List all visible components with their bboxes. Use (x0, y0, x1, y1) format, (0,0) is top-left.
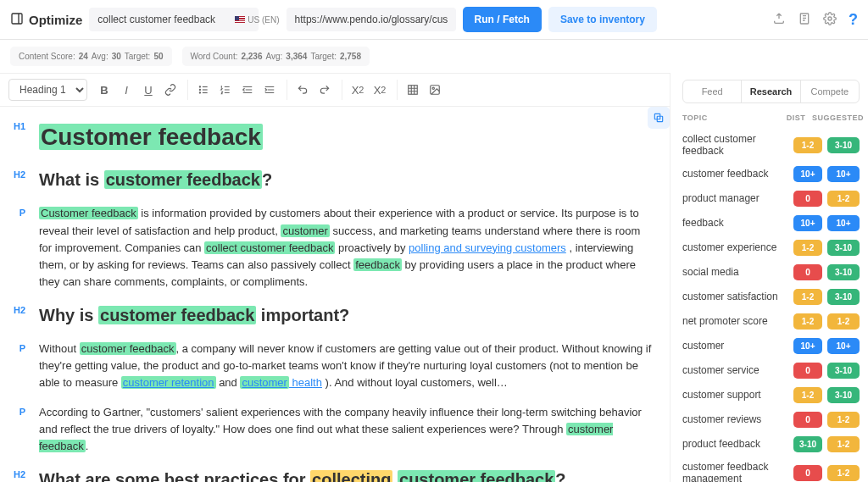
table-button[interactable] (403, 80, 423, 100)
topic-row[interactable]: customer feedback management 0 1-2 (682, 457, 860, 482)
topic-name: customer feedback (682, 168, 788, 180)
app-title-text: Optimize (29, 13, 82, 27)
sidebar-tabs: Feed Research Compete (682, 80, 860, 103)
editor-column: Heading 1 B I U X2 X2 (0, 73, 670, 482)
notes-icon[interactable] (798, 12, 811, 28)
editor-toolbar: Heading 1 B I U X2 X2 (0, 73, 670, 107)
suggested-pill: 3-10 (827, 363, 860, 379)
help-icon[interactable]: ? (849, 11, 858, 29)
dist-pill: 0 (793, 363, 822, 379)
topic-row[interactable]: customer reviews 0 1-2 (682, 407, 860, 432)
outdent-button[interactable] (237, 80, 258, 100)
topic-name: customer service (682, 364, 788, 376)
suggested-pill: 1-2 (827, 465, 860, 481)
suggested-pill: 3-10 (827, 387, 860, 403)
settings-icon[interactable] (823, 12, 837, 28)
dist-pill: 0 (793, 465, 822, 481)
optimize-icon (10, 12, 24, 28)
svg-point-4 (199, 89, 200, 90)
suggested-pill: 3-10 (827, 137, 860, 153)
editor-content[interactable]: H1Customer feedback H2What is customer f… (0, 107, 670, 482)
suggested-pill: 3-10 (827, 289, 860, 305)
topic-name: feedback (682, 217, 788, 229)
topic-row[interactable]: product feedback 3-10 1-2 (682, 432, 860, 457)
undo-button[interactable] (292, 80, 313, 100)
topic-row[interactable]: feedback 10+ 10+ (682, 211, 860, 235)
suggested-pill: 10+ (827, 166, 860, 182)
dist-pill: 0 (793, 412, 822, 428)
health-link[interactable]: health (289, 376, 322, 389)
topic-row[interactable]: customer satisfaction 1-2 3-10 (682, 285, 860, 309)
topic-row[interactable]: collect customer feedback 1-2 3-10 (682, 129, 860, 162)
svg-point-2 (828, 17, 832, 20)
topic-name: customer support (682, 389, 788, 401)
app-title: Optimize (10, 12, 82, 28)
topic-row[interactable]: customer 10+ 10+ (682, 334, 860, 358)
image-button[interactable] (425, 80, 445, 100)
url-input[interactable] (287, 8, 456, 31)
dist-pill: 10+ (793, 166, 822, 182)
number-list-button[interactable] (215, 80, 236, 100)
keyword-input[interactable] (89, 8, 259, 31)
word-count-card: Word Count: 2,236 Avg: 3,364 Target: 2,7… (182, 47, 370, 66)
suggested-pill: 3-10 (827, 264, 860, 280)
gutter-h2: H2 (8, 302, 25, 315)
topic-name: customer (682, 340, 788, 352)
dist-pill: 10+ (793, 338, 822, 354)
main-area: Heading 1 B I U X2 X2 (0, 73, 868, 482)
topic-name: customer feedback management (682, 461, 788, 482)
tab-compete[interactable]: Compete (801, 80, 859, 102)
topic-name: product feedback (682, 438, 788, 450)
svg-rect-6 (409, 86, 418, 95)
metrics-row: Content Score: 24 Avg: 30 Target: 50 Wor… (0, 40, 868, 73)
heading-select[interactable]: Heading 1 (8, 79, 87, 101)
top-bar: Optimize US (EN) Run / Fetch Save to inv… (0, 0, 868, 40)
export-icon[interactable] (772, 12, 786, 28)
topic-row[interactable]: social media 0 3-10 (682, 260, 860, 285)
topic-name: customer experience (682, 241, 788, 253)
topic-row[interactable]: net promoter score 1-2 1-2 (682, 309, 860, 334)
topic-row[interactable]: customer experience 1-2 3-10 (682, 235, 860, 260)
topic-row[interactable]: customer support 1-2 3-10 (682, 383, 860, 407)
dist-pill: 1-2 (793, 289, 822, 305)
svg-point-5 (199, 92, 200, 93)
bullet-list-button[interactable] (193, 80, 214, 100)
suggested-pill: 3-10 (827, 240, 860, 256)
suggested-pill: 1-2 (827, 436, 860, 452)
dist-pill: 1-2 (793, 240, 822, 256)
suggested-pill: 1-2 (827, 313, 860, 330)
dist-pill: 1-2 (793, 387, 822, 403)
retention-link[interactable]: customer retention (121, 376, 216, 389)
bold-button[interactable]: B (94, 80, 114, 100)
polling-link[interactable]: polling and surveying customers (409, 241, 566, 254)
flag-icon (235, 16, 245, 23)
gutter-h2: H2 (8, 467, 25, 479)
italic-button[interactable]: I (116, 80, 136, 100)
indent-button[interactable] (259, 80, 280, 100)
redo-button[interactable] (314, 80, 335, 100)
gutter-h1: H1 (8, 119, 25, 131)
tab-feed[interactable]: Feed (683, 80, 741, 102)
link-button[interactable] (160, 80, 181, 100)
underline-button[interactable]: U (138, 80, 159, 100)
svg-point-3 (199, 86, 200, 87)
run-fetch-button[interactable]: Run / Fetch (463, 7, 542, 32)
save-inventory-button[interactable]: Save to inventory (548, 7, 657, 32)
topic-row[interactable]: customer service 0 3-10 (682, 358, 860, 383)
topic-row[interactable]: customer feedback 10+ 10+ (682, 162, 860, 186)
tab-research[interactable]: Research (741, 80, 800, 102)
superscript-button[interactable]: X2 (370, 80, 390, 100)
suggested-pill: 1-2 (827, 191, 860, 207)
topic-row[interactable]: product manager 0 1-2 (682, 186, 860, 211)
dist-pill: 1-2 (793, 313, 822, 330)
research-sidebar: Feed Research Compete TOPIC DIST SUGGEST… (670, 73, 868, 482)
topic-name: customer satisfaction (682, 291, 788, 302)
gutter-p: P (8, 205, 25, 218)
content-score-card: Content Score: 24 Avg: 30 Target: 50 (10, 47, 172, 66)
topic-name: collect customer feedback (682, 133, 788, 158)
subscript-button[interactable]: X2 (348, 80, 368, 100)
suggested-pill: 10+ (827, 338, 860, 354)
dist-pill: 0 (793, 264, 822, 280)
locale-badge[interactable]: US (EN) (235, 15, 279, 25)
customer-link[interactable]: customer (240, 376, 288, 389)
